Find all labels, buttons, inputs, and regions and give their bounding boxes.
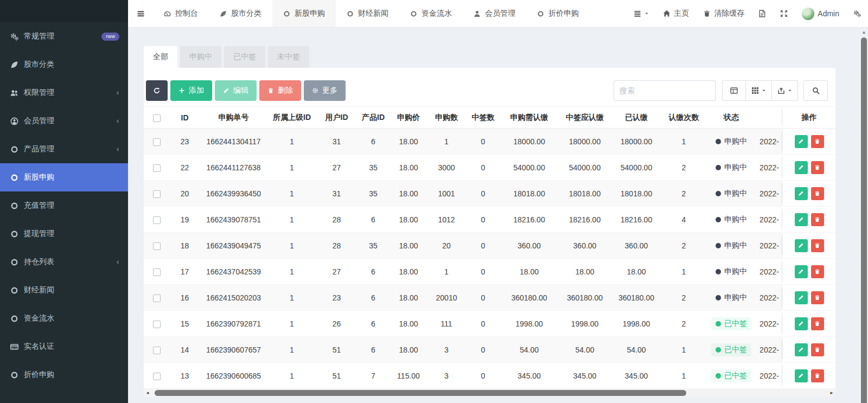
chevron-left-icon — [116, 91, 120, 95]
row-checkbox[interactable] — [153, 268, 161, 276]
row-edit-button[interactable] — [795, 291, 808, 304]
nav-home[interactable]: 主页 — [656, 0, 696, 27]
edit-button[interactable]: 编辑 — [215, 80, 257, 101]
horizontal-scrollbar[interactable]: ◄ ► — [144, 389, 835, 397]
sidebar-toggle-button[interactable] — [128, 0, 153, 27]
delete-button[interactable]: 删除 — [259, 80, 301, 101]
nav-market-category[interactable]: 股市分类 — [209, 0, 272, 27]
select-all-checkbox[interactable] — [153, 114, 161, 122]
sidebar-item-finance-news[interactable]: 财经新闻 — [0, 276, 128, 304]
row-edit-button[interactable] — [795, 265, 808, 278]
header-cell-need_paid: 申购需认缴 — [501, 113, 558, 123]
search-button[interactable] — [803, 80, 828, 101]
toggle-view-button[interactable] — [722, 80, 746, 101]
nav-dashboard[interactable]: 控制台 — [153, 0, 209, 27]
header-cell-product_id: 产品ID — [357, 113, 390, 123]
sidebar-item-new-stock[interactable]: 新股申购 — [0, 163, 128, 191]
row-delete-button[interactable] — [811, 161, 824, 174]
tab-not-won[interactable]: 未中签 — [268, 46, 309, 68]
cell-price: 18.00 — [390, 319, 427, 328]
sidebar-item-discount[interactable]: 折价申购 — [0, 361, 128, 389]
add-button[interactable]: 添加 — [170, 80, 212, 101]
cell-win_qty: 0 — [465, 137, 501, 146]
vertical-scrollbar-thumb[interactable] — [861, 37, 867, 403]
row-checkbox[interactable] — [153, 242, 161, 250]
horizontal-scrollbar-thumb[interactable] — [155, 390, 686, 396]
row-edit-button[interactable] — [795, 239, 808, 252]
row-delete-button[interactable] — [811, 135, 824, 148]
vertical-scrollbar[interactable]: ▲ — [860, 29, 868, 403]
pencil-icon — [798, 268, 804, 274]
sidebar-item-market-category[interactable]: 股市分类 — [0, 50, 128, 79]
cell-date: 2022- — [756, 189, 783, 198]
row-delete-button[interactable] — [811, 343, 824, 356]
sidebar-item-permissions[interactable]: 权限管理 — [0, 79, 128, 107]
cell-order_no: 1662390792871 — [200, 319, 267, 328]
row-delete-button[interactable] — [811, 265, 824, 278]
nav-language-button[interactable] — [751, 0, 773, 27]
row-checkbox[interactable] — [153, 216, 161, 224]
row-delete-button[interactable] — [811, 291, 824, 304]
add-button-label: 添加 — [189, 86, 204, 95]
row-checkbox[interactable] — [153, 373, 161, 380]
tab-all[interactable]: 全部 — [144, 46, 177, 68]
sidebar-item-real-name[interactable]: 实名认证 — [0, 332, 128, 361]
export-button[interactable] — [772, 80, 798, 101]
row-delete-button[interactable] — [811, 317, 824, 330]
row-edit-button[interactable] — [795, 187, 808, 200]
sidebar-item-recharge[interactable]: 充值管理 — [0, 191, 128, 220]
tab-pending[interactable]: 申购中 — [180, 46, 221, 68]
sidebar-item-positions[interactable]: 持仓列表 — [0, 248, 128, 276]
nav-user-menu[interactable]: Admin — [795, 0, 846, 27]
cell-qty: 20010 — [427, 293, 465, 302]
row-edit-button[interactable] — [795, 161, 808, 174]
sidebar-item-general[interactable]: 常规管理new — [0, 22, 128, 50]
circle-icon — [347, 10, 354, 17]
row-edit-button[interactable] — [795, 343, 808, 356]
sidebar-item-members[interactable]: 会员管理 — [0, 107, 128, 135]
row-delete-button[interactable] — [811, 187, 824, 200]
sidebar-item-fund-flow[interactable]: 资金流水 — [0, 304, 128, 332]
row-delete-button[interactable] — [811, 213, 824, 226]
status-dot-icon — [716, 191, 721, 196]
more-button[interactable]: 更多 — [304, 80, 346, 101]
search-input[interactable] — [614, 80, 716, 101]
columns-button[interactable] — [746, 80, 772, 101]
status-dot-icon — [716, 321, 721, 327]
nav-list-dropdown[interactable] — [627, 0, 656, 27]
cell-win_paid: 360180.00 — [558, 293, 612, 302]
row-checkbox[interactable] — [153, 321, 161, 328]
row-checkbox[interactable] — [153, 138, 161, 146]
nav-clear-cache[interactable]: 清除缓存 — [696, 0, 751, 27]
row-edit-button[interactable] — [795, 135, 808, 148]
row-delete-button[interactable] — [811, 239, 824, 252]
row-edit-button[interactable] — [795, 369, 808, 382]
table-row: 2016624399364501313518.001001018018.0018… — [144, 181, 835, 207]
row-edit-button[interactable] — [795, 317, 808, 330]
plus-icon — [178, 87, 185, 94]
sidebar-item-withdraw[interactable]: 提现管理 — [0, 220, 128, 248]
nav-new-stock[interactable]: 新股申购 — [272, 0, 336, 27]
row-delete-button[interactable] — [811, 369, 824, 382]
row-checkbox[interactable] — [153, 295, 161, 302]
scroll-left-arrow[interactable]: ◄ — [145, 389, 150, 397]
nav-fullscreen-button[interactable] — [773, 0, 795, 27]
row-checkbox[interactable] — [153, 190, 161, 198]
cell-parent_id: 1 — [267, 241, 316, 250]
scroll-up-arrow[interactable]: ▲ — [860, 30, 868, 35]
nav-finance-news[interactable]: 财经新闻 — [336, 0, 399, 27]
tab-won[interactable]: 已中签 — [224, 46, 265, 68]
nav-settings-button[interactable] — [846, 0, 868, 27]
refresh-button[interactable] — [146, 80, 168, 101]
nav-members[interactable]: 会员管理 — [463, 0, 526, 27]
circle-icon — [283, 10, 290, 17]
row-checkbox[interactable] — [153, 347, 161, 354]
row-edit-button[interactable] — [795, 213, 808, 226]
scroll-right-arrow[interactable]: ► — [829, 389, 834, 397]
nav-fund-flow[interactable]: 资金流水 — [399, 0, 463, 27]
table-row: 141662390607657151618.003054.0054.0054.0… — [144, 337, 835, 363]
row-checkbox[interactable] — [153, 164, 161, 172]
sidebar-item-products[interactable]: 产品管理 — [0, 135, 128, 163]
nav-discount[interactable]: 折价申购 — [526, 0, 590, 27]
circle-icon — [10, 258, 18, 266]
